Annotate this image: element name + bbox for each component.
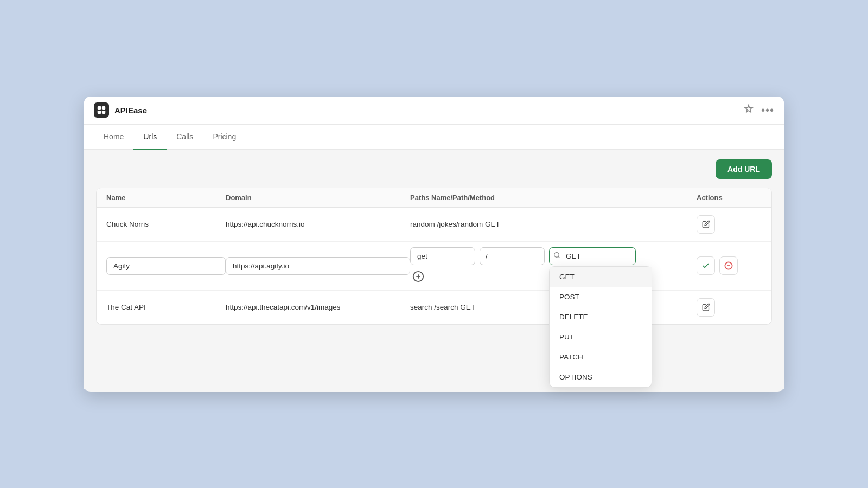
tab-urls[interactable]: Urls [133,125,167,150]
svg-rect-1 [102,106,105,110]
path-input[interactable] [480,247,545,265]
search-icon [553,252,560,260]
col-name: Name [106,194,226,202]
row-domain: https://api.chucknorris.io [226,220,410,228]
path-name-input[interactable] [410,247,475,265]
domain-input[interactable] [226,257,410,275]
svg-line-5 [558,256,559,258]
dropdown-item-put[interactable]: PUT [550,327,652,347]
method-dropdown-wrap: GET POST DELETE PUT PATCH OPTIONS [549,247,636,265]
row-domain: https://api.thecatapi.com/v1/images [226,303,410,311]
row-name: Chuck Norris [106,220,226,228]
row-name: The Cat API [106,303,226,311]
tab-home[interactable]: Home [94,125,133,150]
app-title: APIEase [114,106,147,115]
edit-button[interactable] [697,215,715,234]
svg-rect-3 [102,111,105,114]
name-input[interactable] [106,257,226,275]
editing-actions-cell [697,256,762,275]
add-url-button[interactable]: Add URL [716,159,772,179]
table-row: Chuck Norris https://api.chucknorris.io … [97,208,771,242]
col-paths: Paths Name/Path/Method [410,194,697,202]
svg-rect-2 [98,111,101,114]
method-input-wrap [549,247,636,265]
cancel-button[interactable] [719,256,738,275]
method-dropdown: GET POST DELETE PUT PATCH OPTIONS [549,266,652,388]
confirm-button[interactable] [697,256,715,275]
more-icon[interactable]: ••• [761,104,774,117]
svg-point-4 [554,253,559,258]
paths-row: GET POST DELETE PUT PATCH OPTIONS [410,247,697,265]
editing-paths-cell: GET POST DELETE PUT PATCH OPTIONS [410,247,697,285]
edit-button[interactable] [697,298,715,317]
row-actions [697,215,762,234]
method-input[interactable] [549,247,636,265]
col-actions: Actions [697,194,762,202]
navbar: Home Urls Calls Pricing [84,125,784,150]
titlebar-left: APIEase [94,102,147,118]
dropdown-item-delete[interactable]: DELETE [550,307,652,327]
pin-icon[interactable] [744,104,754,117]
col-domain: Domain [226,194,410,202]
dropdown-item-patch[interactable]: PATCH [550,347,652,367]
app-window: APIEase ••• Home Urls Calls Pricing Add … [84,97,784,392]
tab-pricing[interactable]: Pricing [203,125,246,150]
titlebar: APIEase ••• [84,97,784,125]
table-header: Name Domain Paths Name/Path/Method Actio… [97,188,771,208]
table-row-editing: GET POST DELETE PUT PATCH OPTIONS [97,242,771,291]
svg-rect-0 [98,106,101,110]
dropdown-item-post[interactable]: POST [550,287,652,307]
editing-name-cell [106,257,226,275]
add-path-button[interactable] [410,268,426,285]
editing-domain-cell [226,257,410,275]
table-row: The Cat API https://api.thecatapi.com/v1… [97,291,771,324]
paths-edit-area: GET POST DELETE PUT PATCH OPTIONS [410,247,697,285]
tab-calls[interactable]: Calls [167,125,203,150]
titlebar-right: ••• [744,104,774,117]
row-paths: random /jokes/random GET [410,220,697,228]
dropdown-item-get[interactable]: GET [550,267,652,287]
dropdown-item-options[interactable]: OPTIONS [550,367,652,387]
toolbar: Add URL [96,159,772,179]
urls-table: Name Domain Paths Name/Path/Method Actio… [96,188,772,325]
content-area: Add URL Name Domain Paths Name/Path/Meth… [84,150,784,389]
row-actions [697,298,762,317]
app-icon [94,102,109,118]
